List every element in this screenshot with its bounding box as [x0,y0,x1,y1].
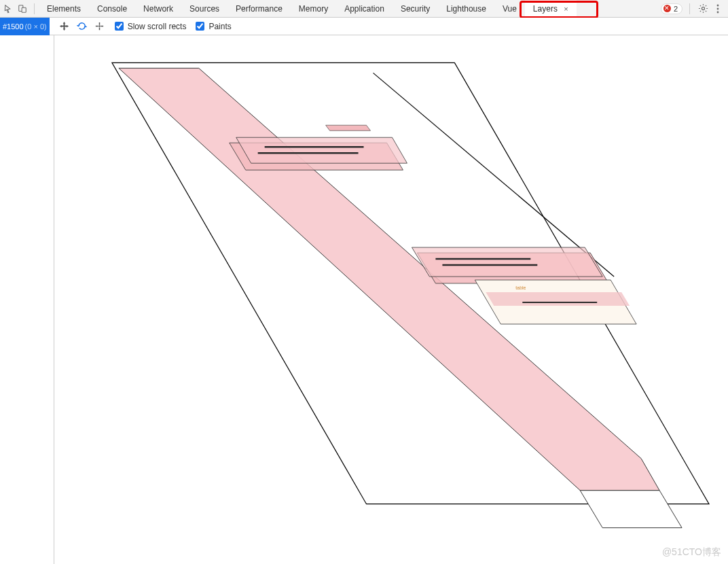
tab-application[interactable]: Application [336,0,393,18]
rotate-tool-icon[interactable] [77,21,88,32]
tab-label: Performance [236,4,283,14]
checkbox-label: Slow scroll rects [128,22,187,31]
layers-toolbar: #1500 (0 × 0) Slow scroll rects Paints [0,18,728,35]
selected-node-badge[interactable]: #1500 (0 × 0) [0,18,50,35]
more-menu-icon[interactable] [712,3,724,15]
layer-panel-b2[interactable] [412,247,602,277]
divider [34,3,35,14]
inspect-icon[interactable] [3,3,15,15]
checkbox-label: Paints [208,22,231,31]
tab-label: Security [401,4,430,14]
devtools-tab-bar: Elements Console Network Sources Perform… [0,0,728,18]
slow-scroll-rects-checkbox[interactable]: Slow scroll rects [115,22,187,31]
svg-point-5 [717,11,719,13]
tab-elements[interactable]: Elements [39,0,89,18]
layers-3d-viewport[interactable]: table [54,35,728,564]
tab-console[interactable]: Console [89,0,135,18]
svg-point-2 [702,7,704,10]
pan-tool-icon[interactable] [59,21,70,32]
tab-label: Vue [503,4,517,14]
error-count: 2 [674,5,678,13]
tab-label: Layers [533,4,558,14]
reset-view-icon[interactable] [94,21,105,32]
tab-memory[interactable]: Memory [291,0,336,18]
tab-label: Memory [299,4,328,14]
watermark: @51CTO博客 [662,546,721,559]
tab-sources[interactable]: Sources [181,0,228,18]
tab-vue[interactable]: Vue [494,0,525,18]
tab-label: Sources [189,4,219,14]
paints-checkbox[interactable]: Paints [196,22,231,31]
svg-rect-1 [22,7,26,12]
layers-3d-scene: table [54,35,728,564]
error-icon: ✕ [663,5,671,12]
tab-performance[interactable]: Performance [228,0,291,18]
tab-security[interactable]: Security [393,0,438,18]
tab-label: Application [344,4,384,14]
node-id: #1500 [3,18,24,35]
tab-label: Elements [47,4,81,14]
layer-panel-c-text: table [515,285,526,290]
device-toggle-icon[interactable] [16,3,29,15]
tab-layers[interactable]: Layers × [525,0,577,18]
node-dimensions: (0 × 0) [25,18,47,35]
tab-label: Network [143,4,173,14]
tab-label: Lighthouse [446,4,486,14]
layer-panel-a2[interactable] [236,137,407,163]
divider [689,3,690,14]
layer-panel-c-stripe[interactable] [486,292,630,306]
tab-lighthouse[interactable]: Lighthouse [438,0,494,18]
svg-point-6 [98,25,101,27]
checkbox-input[interactable] [196,22,204,31]
svg-point-3 [717,4,719,6]
checkbox-input[interactable] [115,22,124,31]
layer-strip-small[interactable] [326,125,371,130]
error-count-badge[interactable]: ✕ 2 [661,3,682,14]
layers-sidebar[interactable] [0,35,54,564]
tab-network[interactable]: Network [135,0,181,18]
svg-point-4 [717,7,719,10]
tab-label: Console [97,4,127,14]
settings-gear-icon[interactable] [697,3,709,15]
close-icon[interactable]: × [564,5,568,13]
